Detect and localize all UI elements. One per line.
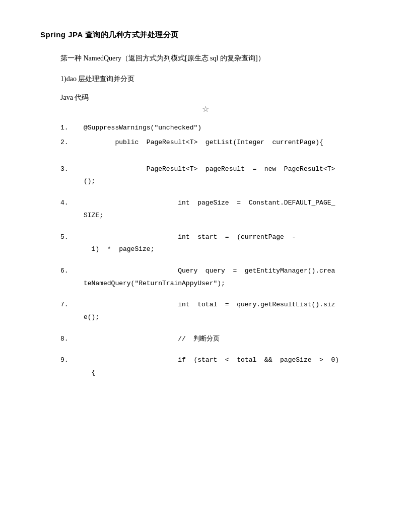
code-block: 1. @SuppressWarnings("unchecked") 2. pub… — [60, 122, 371, 379]
line-content-3: PageResult<T> pageResult = new PageResul… — [84, 163, 335, 188]
line-content-5: int start = (currentPage - 1) * pageSize… — [84, 231, 296, 256]
code-line-6: 6. Query query = getEntityManager().crea… — [60, 265, 371, 290]
code-line-5: 5. int start = (currentPage - 1) * pageS… — [60, 231, 371, 256]
line-number-2: 2. — [60, 137, 76, 149]
star-icon: ☆ — [202, 105, 209, 113]
line-content-4: int pageSize = Constant.DEFAULT_PAGE_SIZ… — [84, 197, 335, 222]
line-content-6: Query query = getEntityManager().createN… — [84, 265, 335, 290]
code-line-3: 3. PageResult<T> pageResult = new PageRe… — [60, 163, 371, 188]
code-line-7: 7. int total = query.getResultList().siz… — [60, 299, 371, 323]
line-number-7: 7. — [60, 299, 76, 311]
line-content-9: if (start < total && pageSize > 0) { — [84, 354, 339, 379]
code-line-1: 1. @SuppressWarnings("unchecked") — [60, 122, 371, 135]
line-number-8: 8. — [60, 333, 76, 346]
line-content-1: @SuppressWarnings("unchecked") — [84, 122, 201, 135]
line-number-6: 6. — [60, 265, 76, 278]
java-label: Java 代码 — [60, 93, 371, 102]
code-line-4: 4. int pageSize = Constant.DEFAULT_PAGE_… — [60, 197, 371, 222]
star-icon-wrapper: ☆ — [40, 104, 371, 114]
line-number-5: 5. — [60, 231, 76, 244]
code-line-2: 2. public PageResult<T> getList(Integer … — [60, 137, 371, 149]
line-content-7: int total = query.getResultList().size()… — [84, 299, 335, 323]
line-content-8: // 判断分页 — [84, 333, 220, 346]
section1-label: 第一种 NamedQuery（返回方式为列模式[原生态 sql 的复杂查询]） — [60, 52, 371, 64]
line-number-9: 9. — [60, 354, 76, 367]
code-line-8: 8. // 判断分页 — [60, 333, 371, 346]
line-number-4: 4. — [60, 197, 76, 210]
code-line-9: 9. if (start < total && pageSize > 0) { — [60, 354, 371, 379]
line-number-3: 3. — [60, 163, 76, 176]
page-title: Spring JPA 查询的几种方式并处理分页 — [40, 30, 371, 40]
line-content-2: public PageResult<T> getList(Integer cur… — [84, 137, 323, 149]
section2-label: 1)dao 层处理查询并分页 — [60, 73, 371, 85]
empty-line-1 — [60, 158, 371, 163]
line-number-1: 1. — [60, 122, 76, 135]
